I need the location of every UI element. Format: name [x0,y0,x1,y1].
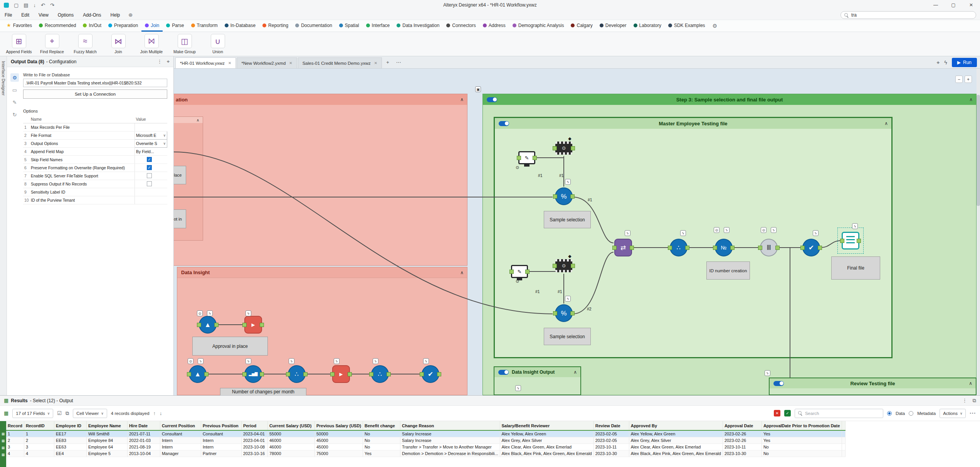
palette-tab-parse[interactable]: Parse [163,20,187,32]
option-value[interactable]: By Field... [135,147,167,155]
table-cell[interactable]: 2023-02-05 [593,430,629,437]
table-cell[interactable]: Alex Clear, Alex Green, Alex Emerlad [500,443,593,450]
table-cell[interactable]: 2023-10-08 [241,443,267,450]
palette-tool-make-group[interactable]: ◫ Make Group [170,34,200,56]
table-row[interactable]: 11EE17Will Smith82021-07-11ConsultantCon… [6,430,845,437]
table-cell[interactable]: Employee 84 [86,437,127,443]
grid-icon[interactable]: ▦ [2,446,5,450]
menu-view[interactable]: View [34,12,53,18]
table-cell[interactable]: Alex Yellow, Alex Green [500,430,593,437]
table-cell[interactable]: 2023-10-30 [593,450,629,457]
option-value[interactable]: ✓ [135,155,167,164]
table-cell[interactable]: 3 [24,443,54,450]
arrow-down-icon[interactable]: ↓ [160,410,162,416]
popout-icon[interactable]: ⧉ [973,398,976,404]
table-cell[interactable]: EE4 [54,450,86,457]
palette-tab-sdk-examples[interactable]: SDK Examples [665,20,709,32]
close-button[interactable]: ✕ [962,0,980,10]
table-cell[interactable]: Intern [160,443,201,450]
column-header[interactable]: Hire Date [127,421,160,430]
output-table-tool[interactable] [842,232,859,250]
configuration-tab-icon[interactable]: ⚙ [10,73,19,82]
checkbox-icon[interactable] [147,181,152,186]
table-cell[interactable]: 2 [24,437,54,443]
table-row[interactable]: 44EE4Employee 52013-10-04ManagerPartner2… [6,450,845,457]
table-cell[interactable]: Manager [160,450,201,457]
summarize-tool[interactable]: ∴ [288,365,306,383]
palette-tab-transform[interactable]: Transform [188,20,221,32]
table-cell[interactable]: 2023-04-01 [241,430,267,437]
table-cell[interactable]: 1 [6,430,24,437]
close-icon[interactable]: ✕ [374,61,377,65]
palette-tab-laboratory[interactable]: Laboratory [630,20,665,32]
insight-tool[interactable]: ▲ [189,365,207,383]
table-cell[interactable]: Yes [761,430,842,437]
table-cell[interactable]: Salary Increase [400,437,500,443]
column-header[interactable]: Previous Position [201,421,241,430]
table-cell[interactable]: Transfer > Transfer > Move to Another Ma… [400,443,500,450]
palette-tool-fuzzy-match[interactable]: ≈ Fuzzy Match [70,34,100,56]
table-cell[interactable]: 2021-07-11 [127,430,160,437]
palette-tab-documentation[interactable]: Documentation [292,20,336,32]
table-cell[interactable]: 2021-08-19 [127,443,160,450]
random-sample-tool[interactable]: % [555,304,573,322]
new-file-icon[interactable]: ▢ [14,2,18,8]
table-cell[interactable]: No [363,443,400,450]
table-cell[interactable]: Alex Grey, Alex Silver [500,437,593,443]
cancel-button[interactable]: ✕ [774,410,780,416]
table-row[interactable]: 33EE63Employee 642021-08-19InternIntern2… [6,443,845,450]
table-cell[interactable]: No [761,443,842,450]
option-value[interactable] [135,196,167,204]
column-header[interactable]: Review Date [593,421,629,430]
annotation-tab-icon[interactable]: ▭ [10,86,19,94]
table-cell[interactable]: Intern [201,443,241,450]
save-icon[interactable]: ↓ [34,2,36,8]
palette-gear-icon[interactable]: ⚙ [709,23,721,29]
tab-sales01-credit-memo[interactable]: Sales-01 Credit Memo Demo.yxwz ✕ [298,57,382,68]
checkbox-icon[interactable]: ✓ [147,165,152,170]
table-cell[interactable]: 2023-02-26 [723,437,761,443]
table-cell[interactable]: No [363,430,400,437]
palette-tab-calgary[interactable]: Calgary [567,20,596,32]
open-file-icon[interactable]: ▤ [24,2,28,8]
report-tool[interactable]: ▸ [244,316,262,334]
palette-tab-connectors[interactable]: Connectors [443,20,479,32]
table-cell[interactable]: 46000 [267,443,314,450]
table-cell[interactable]: 4 [6,450,24,457]
palette-tab-preparation[interactable]: Preparation [105,20,141,32]
union-tool[interactable]: ∴ [670,239,688,256]
maximize-button[interactable]: ▢ [945,0,962,10]
column-header[interactable]: Change Reason [400,421,500,430]
table-cell[interactable]: Intern [201,437,241,443]
file-path-input[interactable]: .\HR-01 Payroll Master Data Testing shee… [23,79,167,87]
column-header[interactable]: Approved By [629,421,723,430]
scrollbar-thumb[interactable] [977,95,980,206]
table-cell[interactable]: 2023-02-26 [723,430,761,437]
column-header[interactable]: Record [6,421,24,430]
table-cell[interactable]: 2022-01-03 [127,437,160,443]
palette-tab-interface[interactable]: Interface [363,20,393,32]
option-value[interactable]: Overwrite S∨ [135,139,167,147]
validate-tool[interactable]: ✔ [802,239,820,256]
table-cell[interactable]: EE63 [54,443,86,450]
table-cell[interactable]: 2 [6,437,24,443]
table-cell[interactable]: Employee 5 [86,450,127,457]
video-tool[interactable]: ⊙ [555,142,572,155]
table-cell[interactable]: 75000 [314,450,363,457]
redo-icon[interactable]: ↷ [50,2,54,8]
option-value[interactable] [135,172,167,180]
record-id-tool[interactable]: № [715,239,733,256]
palette-tab-data-investigation[interactable]: Data Investigation [393,20,443,32]
palette-tab-in-out[interactable]: In/Out [79,20,105,32]
table-cell[interactable]: 3 [6,443,24,450]
tab-overflow-button[interactable]: ⋯ [393,59,405,65]
palette-tool-join-multiple[interactable]: ⨝ Join Multiple [136,34,166,56]
report-tool[interactable]: ▸ [332,365,350,383]
table-cell[interactable]: EE83 [54,437,86,443]
canvas-scrollbar[interactable] [977,69,980,395]
edit-tab-icon[interactable]: ✎ [10,98,19,106]
kebab-menu-icon[interactable]: ⋮ [962,398,967,404]
column-header[interactable]: Approval Date [723,421,761,430]
table-cell[interactable]: Will Smith8 [86,430,127,437]
kebab-menu-icon[interactable]: ⋮ [157,59,162,65]
